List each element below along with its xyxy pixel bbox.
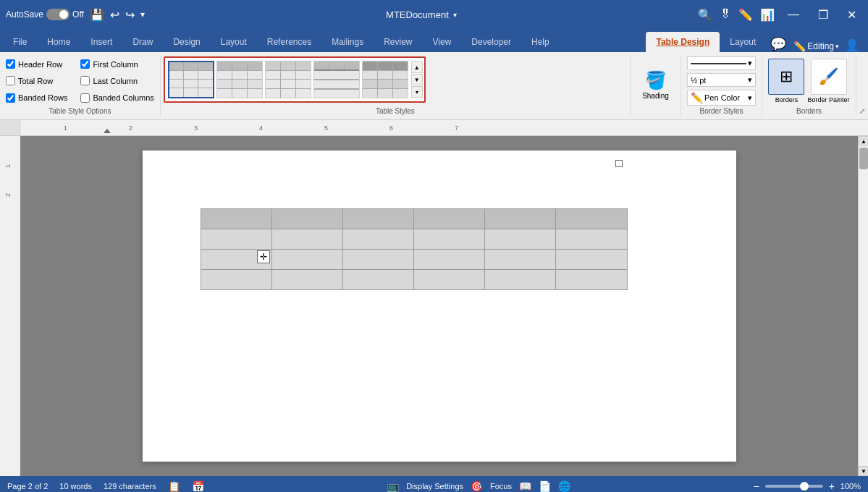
zoom-percent[interactable]: 100% xyxy=(840,482,861,491)
table-cell[interactable] xyxy=(201,229,271,250)
zoom-in-icon[interactable]: + xyxy=(829,480,835,492)
zoom-thumb[interactable] xyxy=(800,482,809,491)
autosave-toggle[interactable]: AutoSave Off xyxy=(6,9,84,20)
first-column-checkbox[interactable] xyxy=(80,59,90,69)
table-cell[interactable] xyxy=(271,270,342,290)
banded-rows-option[interactable]: Banded Rows xyxy=(6,93,79,103)
banded-columns-checkbox[interactable] xyxy=(80,93,90,103)
pt-size-dropdown[interactable]: ½ pt ▾ xyxy=(687,73,756,87)
table-cell[interactable] xyxy=(556,270,627,290)
table-cell[interactable] xyxy=(485,270,556,290)
editing-button[interactable]: ✏️ Editing ▾ xyxy=(791,41,842,52)
table-cell[interactable] xyxy=(201,270,271,290)
save-icon[interactable]: 💾 xyxy=(90,8,104,22)
doc-title-dropdown[interactable]: ▾ xyxy=(453,11,457,19)
shading-button[interactable]: 🪣 Shading xyxy=(638,67,674,103)
tab-file[interactable]: File xyxy=(3,32,37,52)
scroll-track[interactable] xyxy=(859,146,868,466)
zoom-slider[interactable] xyxy=(765,485,823,488)
table-cell[interactable] xyxy=(271,229,342,250)
zoom-out-icon[interactable]: − xyxy=(753,480,759,492)
tab-insert[interactable]: Insert xyxy=(80,32,122,52)
ribbon-expand[interactable]: ⤢ xyxy=(856,55,868,116)
tab-view[interactable]: View xyxy=(423,32,462,52)
gallery-scroll-up[interactable]: ▲ xyxy=(411,62,423,73)
focus-icon[interactable]: 🎯 xyxy=(471,480,483,492)
total-row-checkbox[interactable] xyxy=(6,76,15,85)
table-resize-handle[interactable] xyxy=(615,160,623,167)
customize-qat-icon[interactable]: ▾ xyxy=(140,9,145,20)
table-cell[interactable] xyxy=(413,229,484,250)
table-cell[interactable] xyxy=(485,209,556,229)
scrollbar-vertical[interactable]: ▲ ▼ xyxy=(858,136,868,476)
scroll-up-arrow[interactable]: ▲ xyxy=(859,136,868,146)
tab-mailings[interactable]: Mailings xyxy=(321,32,374,52)
tab-layout[interactable]: Layout xyxy=(211,32,257,52)
chat-icon[interactable]: 💬 xyxy=(766,36,791,52)
print-layout-icon[interactable]: 📄 xyxy=(539,480,551,492)
tab-references[interactable]: References xyxy=(257,32,321,52)
banded-columns-option[interactable]: Banded Columns xyxy=(80,93,153,103)
pen-icon[interactable]: ✏️ xyxy=(738,8,753,22)
user-icon[interactable]: 👤 xyxy=(842,38,862,52)
save-status-icon[interactable]: 📅 xyxy=(192,480,204,492)
total-row-option[interactable]: Total Row xyxy=(6,76,79,85)
present-icon[interactable]: 📊 xyxy=(760,8,775,22)
table-cell[interactable] xyxy=(342,209,413,229)
last-column-checkbox[interactable] xyxy=(80,76,90,85)
table-cell[interactable] xyxy=(485,250,556,270)
document-area[interactable]: ✛ xyxy=(20,136,858,476)
table-cell[interactable] xyxy=(556,229,627,250)
read-mode-icon[interactable]: 📖 xyxy=(519,480,531,492)
page-indicator[interactable]: Page 2 of 2 xyxy=(7,482,48,491)
scroll-thumb[interactable] xyxy=(859,148,868,169)
first-column-option[interactable]: First Column xyxy=(80,59,153,69)
table-cell[interactable] xyxy=(271,250,342,270)
web-layout-icon[interactable]: 🌐 xyxy=(558,480,570,492)
pen-color-row[interactable]: ✏️ Pen Color ▾ xyxy=(687,90,756,106)
tab-home[interactable]: Home xyxy=(37,32,80,52)
tab-review[interactable]: Review xyxy=(374,32,422,52)
table-cell[interactable] xyxy=(342,250,413,270)
gallery-scroll-down[interactable]: ▼ xyxy=(411,74,423,85)
border-styles-dropdown[interactable]: ▾ xyxy=(687,56,756,70)
table-cell[interactable] xyxy=(413,250,484,270)
tab-developer[interactable]: Developer xyxy=(461,32,521,52)
char-count[interactable]: 129 characters xyxy=(104,482,156,491)
last-column-option[interactable]: Last Column xyxy=(80,76,153,85)
document-table[interactable] xyxy=(201,208,628,290)
table-style-5[interactable] xyxy=(362,61,408,98)
word-count[interactable]: 10 words xyxy=(59,482,92,491)
table-cell[interactable] xyxy=(556,250,627,270)
scroll-down-arrow[interactable]: ▼ xyxy=(859,466,868,476)
tab-table-layout[interactable]: Layout xyxy=(720,32,766,52)
ruler-corner[interactable] xyxy=(0,120,20,136)
header-row-option[interactable]: Header Row xyxy=(6,59,79,69)
ribbon-icon[interactable]: 🎖 xyxy=(720,8,731,21)
table-cell[interactable] xyxy=(271,209,342,229)
table-cell[interactable] xyxy=(413,209,484,229)
table-style-4[interactable] xyxy=(313,61,360,98)
display-settings-label[interactable]: Display Settings xyxy=(406,482,463,491)
table-cell[interactable] xyxy=(201,209,271,229)
table-cell[interactable] xyxy=(342,270,413,290)
focus-label[interactable]: Focus xyxy=(490,482,512,491)
tab-design[interactable]: Design xyxy=(163,32,210,52)
maximize-btn[interactable]: ❐ xyxy=(812,5,834,25)
table-style-1[interactable] xyxy=(168,61,214,98)
tab-table-design[interactable]: Table Design xyxy=(646,32,720,52)
redo-icon[interactable]: ↪ xyxy=(125,8,135,22)
tab-help[interactable]: Help xyxy=(521,32,560,52)
proofing-icon[interactable]: 📋 xyxy=(168,480,180,492)
table-move-handle[interactable]: ✛ xyxy=(257,250,270,263)
gallery-more[interactable]: ▾ xyxy=(411,86,423,98)
search-icon[interactable]: 🔍 xyxy=(698,8,712,22)
minimize-btn[interactable]: — xyxy=(782,5,805,24)
table-style-3[interactable] xyxy=(265,61,311,98)
borders-button[interactable]: ⊞ xyxy=(768,59,804,95)
header-row-checkbox[interactable] xyxy=(6,59,15,69)
tab-draw[interactable]: Draw xyxy=(122,32,163,52)
close-btn[interactable]: ✕ xyxy=(841,5,862,25)
table-cell[interactable] xyxy=(485,229,556,250)
table-cell[interactable] xyxy=(342,229,413,250)
